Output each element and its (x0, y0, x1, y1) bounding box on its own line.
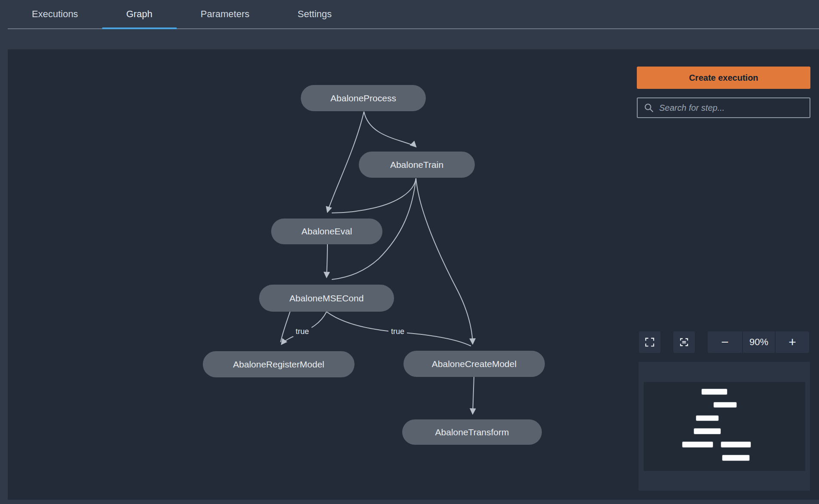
zoom-toolbar: − 90% + (639, 331, 809, 353)
fit-selection-button[interactable] (673, 331, 695, 353)
step-search-box[interactable] (637, 97, 810, 118)
minimap-node-bar (682, 442, 713, 447)
tabs-container: ExecutionsGraphParametersSettings (8, 0, 819, 29)
tab-settings[interactable]: Settings (274, 0, 356, 28)
fullscreen-brackets-icon (644, 337, 655, 348)
edge-process-to-train (364, 112, 416, 147)
minimap-node-bar (714, 402, 736, 407)
edge-create-to-transform (473, 377, 474, 414)
zoom-group: − 90% + (708, 331, 809, 353)
minimap-node-bar (702, 389, 727, 395)
graph-node-train[interactable]: AbaloneTrain (359, 152, 475, 178)
graph-node-register[interactable]: AbaloneRegisterModel (203, 351, 354, 377)
minimap-node-bar (721, 442, 751, 447)
graph-node-eval[interactable]: AbaloneEval (271, 219, 382, 244)
graph-node-msecond[interactable]: AbaloneMSECond (259, 285, 394, 312)
graph-node-process[interactable]: AbaloneProcess (301, 85, 426, 111)
pipeline-graph-page: ExecutionsGraphParametersSettings Abalon… (0, 0, 819, 504)
zoom-out-button[interactable]: − (708, 331, 742, 353)
edge-eval-to-msecond (327, 244, 327, 277)
fit-to-screen-button[interactable] (639, 331, 660, 353)
minimap-node-bar (696, 416, 718, 421)
minimap-node-bar (722, 455, 749, 461)
minimap-node-bar (694, 428, 721, 434)
edge-condition-label: true (293, 327, 312, 337)
graph-node-create[interactable]: AbaloneCreateModel (403, 351, 545, 377)
edge-train-to-eval (332, 178, 416, 213)
zoom-in-button[interactable]: + (776, 331, 809, 353)
tab-parameters[interactable]: Parameters (177, 0, 274, 28)
graph-canvas[interactable]: AbaloneProcessAbaloneTrainAbaloneEvalAba… (8, 49, 819, 500)
tab-bar: ExecutionsGraphParametersSettings (0, 0, 819, 29)
tab-graph[interactable]: Graph (102, 0, 177, 29)
search-input[interactable] (659, 103, 804, 113)
edge-condition-label: true (388, 327, 407, 337)
plus-icon: + (788, 335, 796, 349)
minimap[interactable] (639, 362, 810, 491)
tab-executions[interactable]: Executions (8, 0, 102, 28)
edge-msecond-to-register (281, 312, 290, 342)
zoom-level-indicator: 90% (743, 331, 775, 353)
create-execution-button[interactable]: Create execution (637, 67, 810, 89)
edge-process-to-eval (327, 112, 364, 212)
graph-node-transform[interactable]: AbaloneTransform (402, 419, 542, 445)
search-icon (644, 103, 654, 113)
minus-icon: − (721, 335, 729, 349)
fit-selection-icon (678, 337, 690, 348)
edge-train-to-create (416, 178, 473, 344)
